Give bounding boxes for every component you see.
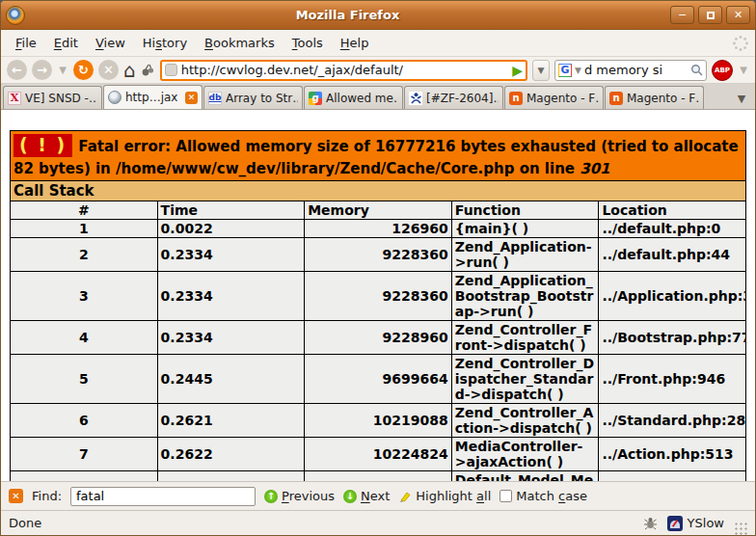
home-button[interactable]: ⌂ [123,61,136,80]
page-content: ( ! )Fatal error: Allowed memory size of… [1,110,755,481]
table-row: 6 0.2621 10219088 Zend_Controller_Action… [11,404,746,438]
cell-function: Zend_Controller_Dispatcher_Standard->dis… [451,355,599,404]
url-dropdown-button[interactable]: ▼ [532,60,550,81]
highlight-all-button[interactable]: Highlight all [398,489,491,503]
cell-num: 5 [11,355,158,404]
xdebug-error-table: ( ! )Fatal error: Allowed memory size of… [10,130,746,481]
cell-location: ../default.php:44 [599,238,746,272]
menu-tools[interactable]: Tools [284,32,332,54]
maximize-button[interactable] [698,6,722,24]
find-previous-button[interactable]: ↑ Previous [264,489,335,503]
resize-grip[interactable] [734,522,747,535]
find-close-button[interactable]: ✕ [9,489,23,503]
cell-function: {main}( ) [451,220,599,238]
history-dropdown-icon[interactable]: ▼ [57,65,68,75]
yslow-statusbar-item[interactable]: YSlow [667,516,724,531]
cell-num: 2 [11,238,158,272]
find-bar: ✕ Find: ↑ Previous ↓ Next Highlight all … [1,481,755,510]
tab-label: [#ZF-2604]… [426,92,499,105]
tab-label: Magento - F… [526,92,599,105]
go-icon[interactable]: ▶ [512,64,523,77]
find-next-button[interactable]: ↓ Next [343,489,390,503]
adblock-plus-icon[interactable]: ABP [712,60,733,81]
tab-list-dropdown-icon[interactable]: ▼ [730,88,753,109]
search-input[interactable] [584,63,688,77]
back-button[interactable]: ← [7,60,27,80]
menu-edit[interactable]: Edit [45,32,87,54]
google-engine-icon[interactable]: G [558,64,572,77]
maximize-icon [707,12,715,19]
match-case-label: Match case [516,489,587,503]
tab-snsd[interactable]: X VE] SNSD -… [3,86,102,109]
addon-icon[interactable] [141,63,155,77]
forward-icon: → [37,64,47,76]
google-logo-icon: g [309,92,322,105]
table-row: 5 0.2445 9699664 Zend_Controller_Dispatc… [11,355,746,404]
globe-icon [108,91,122,104]
engine-dropdown-icon[interactable]: ▼ [575,66,581,75]
window-title: Mozilla Firefox [25,8,670,22]
home-icon: ⌂ [123,59,136,82]
tab-active-ajax[interactable]: http…jax ✕ [103,85,202,109]
search-bar[interactable]: G ▼ [554,60,707,81]
minimize-button[interactable]: ─ [670,6,694,24]
tab-label: Allowed me… [326,92,398,105]
checkbox-icon[interactable] [500,490,512,502]
search-icon[interactable] [690,64,703,76]
match-case-checkbox[interactable]: Match case [500,489,587,503]
url-bar[interactable]: ▶ [160,60,527,81]
menu-file[interactable]: File [7,32,45,54]
tab-bar: X VE] SNSD -… http…jax ✕ db Array to Str… [1,84,755,110]
cell-time: 0.2664 [157,471,305,481]
col-memory: Memory [305,201,452,220]
cell-num: 4 [11,321,158,355]
highlight-all-label: Highlight all [416,489,491,503]
yslow-icon [667,516,683,531]
arrow-down-icon: ↓ [343,490,357,503]
abp-dropdown-icon[interactable]: ▼ [738,65,749,75]
forward-button[interactable]: → [32,60,52,80]
tab-array-to-string[interactable]: db Array to Str… [203,86,303,109]
tab-close-button[interactable]: ✕ [185,92,198,104]
menu-view[interactable]: View [87,32,134,54]
tab-allowed-memory[interactable]: g Allowed me… [304,86,403,109]
table-row: 7 0.2622 10224824 MediaController->ajaxA… [11,438,746,471]
cell-memory: 9228360 [305,238,452,272]
find-next-label: Next [361,489,390,503]
cell-time: 0.2445 [157,355,305,404]
error-text: Fatal error: Allowed memory size of 1677… [14,138,739,177]
tab-magento-2[interactable]: n Magento - F… [605,86,704,109]
reload-button[interactable]: ↻ [73,60,94,80]
page-favicon [165,64,177,76]
cell-location: ../Standard.php:289 [599,404,746,438]
tab-magento-1[interactable]: n Magento - F… [504,86,604,109]
close-button[interactable]: ✕ [726,6,750,24]
col-function: Function [451,201,599,220]
url-input[interactable] [181,63,509,77]
jira-person-icon [409,92,422,105]
stop-icon: ✕ [103,64,114,76]
cell-memory: 10416104 [305,471,452,481]
stop-button[interactable]: ✕ [98,60,119,80]
menu-bar: File Edit View History Bookmarks Tools H… [1,30,755,57]
menu-bookmarks[interactable]: Bookmarks [196,32,284,54]
x-logo-icon: X [8,92,21,105]
cell-location: ../Front.php:946 [599,355,746,404]
cell-memory: 9228960 [305,321,452,355]
menu-help[interactable]: Help [332,32,378,54]
cell-num: 8 [11,471,158,481]
cell-time: 0.2621 [157,404,305,438]
cell-location: ../MediaController.php:225 [599,471,746,481]
find-label: Find: [32,489,62,503]
firebug-icon[interactable] [643,516,658,530]
cell-time: 0.2334 [157,321,305,355]
error-line-number: 301 [580,160,609,177]
find-input[interactable] [70,487,256,506]
title-bar: Mozilla Firefox ─ ✕ [1,1,755,30]
table-row: 4 0.2334 9228960 Zend_Controller_Front->… [11,321,746,355]
menu-history[interactable]: History [134,32,196,54]
cell-time: 0.2334 [157,272,305,321]
table-row: 2 0.2334 9228360 Zend_Application->run( … [11,238,746,272]
firefox-icon [6,6,25,25]
tab-zf-2604[interactable]: [#ZF-2604]… [404,86,503,109]
